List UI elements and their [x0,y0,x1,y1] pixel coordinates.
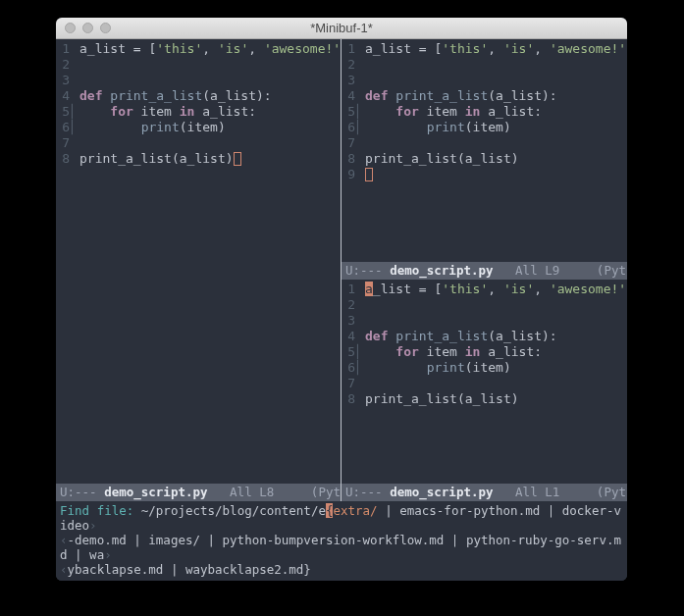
window-title: *Minibuf-1* [56,21,627,35]
line-number: 6 [342,360,357,376]
close-icon[interactable] [65,23,76,33]
ido-first-match: extra/ [333,503,377,518]
code-area-left[interactable]: 1a_list = ['this', 'is', 'awesome!'] 2 3… [56,39,341,484]
editor: 1a_list = ['this', 'is', 'awesome!'] 2 3… [56,39,627,581]
pane-right-top[interactable]: 1a_list = ['this', 'is', 'awesome!'] 2 3… [342,39,627,280]
split-row: 1a_list = ['this', 'is', 'awesome!'] 2 3… [56,39,627,501]
code-area-right-top[interactable]: 1a_list = ['this', 'is', 'awesome!'] 2 3… [342,39,627,262]
pane-right-bottom[interactable]: 1a_list = ['this', 'is', 'awesome!'] 2 3… [342,280,627,501]
zoom-icon[interactable] [100,23,111,33]
line-number: 6 [56,120,72,135]
line-number: 2 [342,57,357,73]
cursor-icon [365,168,373,181]
line-number: 7 [56,135,72,151]
arrow-left-icon: ‹ [60,533,68,547]
line-number: 6 [342,120,357,135]
line-number: 5 [56,104,72,120]
modeline-right-bottom[interactable]: U:--- demo_script.py All L1 (Pyth [342,484,627,501]
line-number: 2 [56,57,72,73]
minibuffer-path: ~/projects/blog/content/e [141,503,326,518]
pane-right: 1a_list = ['this', 'is', 'awesome!'] 2 3… [342,39,627,501]
line-number: 3 [342,313,357,329]
code-area-right-bottom[interactable]: 1a_list = ['this', 'is', 'awesome!'] 2 3… [342,280,627,484]
minibuffer-prompt: Find file: [60,503,141,518]
arrow-left-icon: ‹ [60,562,68,577]
line-number: 4 [56,88,72,104]
titlebar[interactable]: *Minibuf-1* [56,18,627,39]
modeline-left[interactable]: U:--- demo_script.py All L8 (Pytho [56,484,341,501]
line-number: 7 [342,135,357,151]
line-number: 2 [342,297,357,313]
line-number: 3 [56,73,72,88]
line-number: 7 [342,376,357,391]
line-number: 3 [342,73,357,88]
minibuffer[interactable]: Find file: ~/projects/blog/content/e{ext… [56,501,627,581]
line-number: 5 [342,344,357,360]
line-number: 1 [56,41,72,57]
line-number: 4 [342,329,357,344]
line-number: 5 [342,104,357,120]
line-number: 4 [342,88,357,104]
line-number: 1 [342,282,357,297]
modeline-right-top[interactable]: U:--- demo_script.py All L9 (Pyth [342,262,627,280]
minimize-icon[interactable] [82,23,93,33]
line-number: 8 [342,391,357,407]
traffic-lights [56,23,111,33]
arrow-right-icon: › [104,547,112,562]
cursor-icon: a [365,282,373,296]
cursor-icon [234,152,241,166]
line-number: 1 [342,41,357,57]
line-number: 9 [342,167,357,182]
arrow-right-icon: › [89,518,97,533]
app-window: *Minibuf-1* 1a_list = ['this', 'is', 'aw… [56,18,627,581]
pane-left[interactable]: 1a_list = ['this', 'is', 'awesome!'] 2 3… [56,39,342,501]
line-number: 8 [342,151,357,167]
line-number: 8 [56,151,72,167]
